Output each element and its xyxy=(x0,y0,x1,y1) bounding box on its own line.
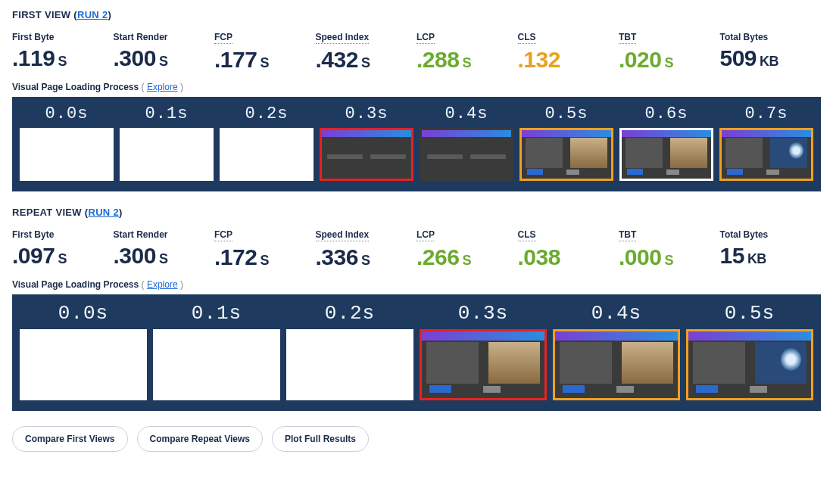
frame-thumbnail[interactable] xyxy=(519,128,613,181)
frame-thumbnail[interactable] xyxy=(420,329,547,401)
metric-value: .097S xyxy=(12,244,114,267)
compare-first-views-button[interactable]: Compare First Views xyxy=(12,426,128,452)
frame-thumbnail[interactable] xyxy=(619,128,713,181)
frame-thumbnail[interactable] xyxy=(553,329,680,401)
metric-speed-index: Speed Index.432S xyxy=(316,30,417,71)
metric-total-bytes: Total Bytes509KB xyxy=(720,30,822,71)
metric-label: Start Render xyxy=(114,32,168,42)
plot-full-results-button[interactable]: Plot Full Results xyxy=(272,426,369,452)
metric-value: .132 xyxy=(518,48,619,71)
metric-label: FCP xyxy=(214,229,232,241)
filmstrip-frame[interactable]: 0.0s xyxy=(20,104,114,181)
first-view-metrics: First Byte.119SStart Render.300SFCP.177S… xyxy=(12,30,821,71)
metric-start-render: Start Render.300S xyxy=(114,30,215,71)
repeat-view-section: REPEAT VIEW (RUN 2) First Byte.097SStart… xyxy=(12,207,821,412)
first-view-section: FIRST VIEW (RUN 2) First Byte.119SStart … xyxy=(12,9,821,191)
metric-label: TBT xyxy=(619,32,636,44)
frame-thumbnail[interactable] xyxy=(120,128,214,181)
filmstrip-frame[interactable]: 0.3s xyxy=(320,104,413,181)
metric-value: .119S xyxy=(12,47,114,70)
repeat-view-run-link[interactable]: RUN 2 xyxy=(88,207,119,218)
metric-label: First Byte xyxy=(12,32,54,42)
frame-time: 0.5s xyxy=(545,104,588,123)
metric-value: .177S xyxy=(214,48,316,71)
filmstrip-frame[interactable]: 0.1s xyxy=(153,302,280,401)
filmstrip-frame[interactable]: 0.4s xyxy=(553,302,680,401)
metric-label: CLS xyxy=(518,32,536,44)
repeat-filmstrip: 0.0s0.1s0.2s0.3s0.4s0.5s xyxy=(12,294,821,412)
metric-value: .288S xyxy=(416,48,518,71)
metric-label: FCP xyxy=(214,32,232,44)
frame-thumbnail[interactable] xyxy=(220,128,314,181)
filmstrip-frame[interactable]: 0.5s xyxy=(519,104,613,181)
frame-thumbnail[interactable] xyxy=(20,329,147,401)
filmstrip-frame[interactable]: 0.0s xyxy=(20,302,147,401)
frame-thumbnail[interactable] xyxy=(719,128,813,181)
metric-label: TBT xyxy=(619,229,636,241)
filmstrip-frame[interactable]: 0.4s xyxy=(420,104,513,181)
frame-thumbnail[interactable] xyxy=(686,329,813,401)
frame-thumbnail[interactable] xyxy=(153,329,280,401)
metric-first-byte: First Byte.097S xyxy=(12,227,114,269)
metric-value: .172S xyxy=(214,246,316,269)
frame-thumbnail[interactable] xyxy=(286,329,413,401)
metric-label: Speed Index xyxy=(316,229,370,241)
metric-cls: CLS.038 xyxy=(518,227,619,269)
metric-label: CLS xyxy=(518,229,536,241)
frame-time: 0.5s xyxy=(725,302,775,325)
frame-time: 0.3s xyxy=(458,302,508,325)
metric-value: .300S xyxy=(114,244,215,267)
compare-repeat-views-button[interactable]: Compare Repeat Views xyxy=(137,426,264,452)
metric-value: .020S xyxy=(619,48,720,71)
frame-thumbnail[interactable] xyxy=(20,128,114,181)
metric-cls: CLS.132 xyxy=(518,30,619,71)
filmstrip-frame[interactable]: 0.2s xyxy=(220,104,314,181)
metric-label: First Byte xyxy=(12,229,54,240)
frame-time: 0.2s xyxy=(325,302,375,325)
frame-time: 0.4s xyxy=(445,104,488,123)
metric-value: .300S xyxy=(114,47,215,70)
metric-label: LCP xyxy=(416,229,435,241)
metric-fcp: FCP.177S xyxy=(214,30,316,71)
metric-start-render: Start Render.300S xyxy=(114,227,215,269)
filmstrip-frame[interactable]: 0.2s xyxy=(286,302,413,401)
filmstrip-frame[interactable]: 0.3s xyxy=(420,302,547,401)
filmstrip-frame[interactable]: 0.7s xyxy=(719,104,813,181)
metric-label: Start Render xyxy=(114,229,168,240)
metric-tbt: TBT.020S xyxy=(619,30,720,71)
repeat-explore-link[interactable]: Explore xyxy=(147,279,178,290)
metric-speed-index: Speed Index.336S xyxy=(316,227,417,269)
bottom-buttons: Compare First Views Compare Repeat Views… xyxy=(12,426,821,452)
frame-time: 0.4s xyxy=(591,302,641,325)
metric-total-bytes: Total Bytes15KB xyxy=(720,227,822,269)
filmstrip-frame[interactable]: 0.1s xyxy=(120,104,214,181)
metric-label: LCP xyxy=(416,32,435,44)
filmstrip-frame[interactable]: 0.6s xyxy=(619,104,713,181)
frame-time: 0.0s xyxy=(58,302,108,325)
first-explore-link[interactable]: Explore xyxy=(147,82,178,92)
frame-thumbnail[interactable] xyxy=(420,128,513,181)
metric-value: 15KB xyxy=(720,244,822,267)
frame-time: 0.7s xyxy=(745,104,788,123)
metric-value: .336S xyxy=(316,246,417,269)
repeat-view-header: REPEAT VIEW (RUN 2) xyxy=(12,207,821,218)
metric-value: .038 xyxy=(518,246,619,269)
metric-first-byte: First Byte.119S xyxy=(12,30,114,71)
filmstrip-frame[interactable]: 0.5s xyxy=(686,302,813,401)
frame-thumbnail[interactable] xyxy=(320,128,413,181)
metric-fcp: FCP.172S xyxy=(214,227,316,269)
repeat-view-title: REPEAT VIEW xyxy=(12,207,82,218)
frame-time: 0.0s xyxy=(45,104,89,123)
repeat-view-metrics: First Byte.097SStart Render.300SFCP.172S… xyxy=(12,227,821,269)
metric-tbt: TBT.000S xyxy=(619,227,720,269)
metric-lcp: LCP.266S xyxy=(416,227,518,269)
metric-label: Total Bytes xyxy=(720,32,769,42)
first-view-run-link[interactable]: RUN 2 xyxy=(77,9,108,20)
metric-lcp: LCP.288S xyxy=(416,30,518,71)
first-view-header: FIRST VIEW (RUN 2) xyxy=(12,9,821,20)
metric-label: Speed Index xyxy=(316,32,370,44)
frame-time: 0.1s xyxy=(145,104,189,123)
first-view-title: FIRST VIEW xyxy=(12,9,70,20)
frame-time: 0.2s xyxy=(245,104,289,123)
frame-time: 0.1s xyxy=(192,302,242,325)
